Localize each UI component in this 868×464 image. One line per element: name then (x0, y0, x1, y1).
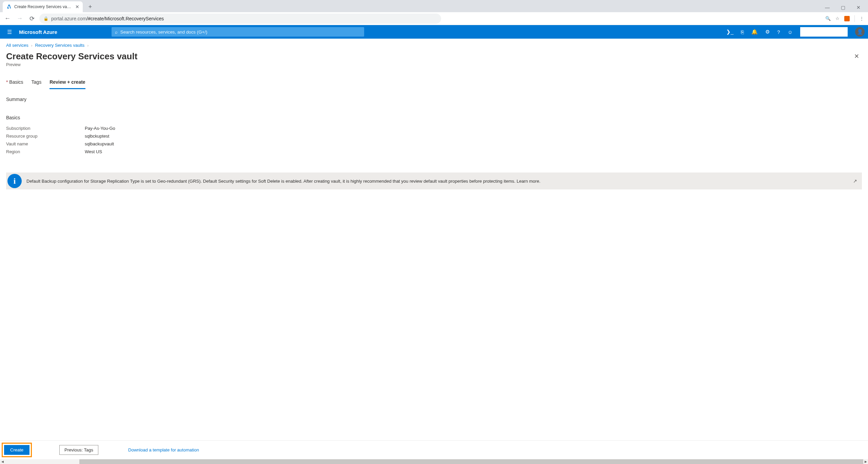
chevron-right-icon: › (87, 43, 88, 47)
address-bar[interactable]: 🔒 portal.azure.com/#create/Microsoft.Rec… (39, 14, 441, 24)
directory-filter-icon[interactable]: ⎘ (741, 29, 744, 35)
tab-basics[interactable]: Basics (6, 78, 23, 89)
kv-key: Resource group (6, 134, 85, 139)
breadcrumb-recovery-services-vaults[interactable]: Recovery Services vaults (35, 43, 84, 48)
address-host: portal.azure.com (51, 16, 86, 21)
search-icon: ⌕ (115, 29, 118, 35)
bookmark-star-icon[interactable]: ☆ (835, 16, 840, 21)
nav-back-button[interactable]: ← (3, 14, 12, 23)
window-close-icon[interactable]: ✕ (854, 5, 863, 10)
address-path: /#create/Microsoft.RecoveryServices (86, 16, 164, 21)
create-button[interactable]: Create (4, 445, 29, 455)
global-search[interactable]: ⌕ (112, 27, 364, 37)
separator (854, 15, 855, 22)
help-icon[interactable]: ? (777, 29, 780, 35)
browser-tab[interactable]: Create Recovery Services vault - ✕ (3, 1, 83, 12)
info-banner: i Default Backup configuration for Stora… (6, 173, 862, 189)
page-title: Create Recovery Services vault (6, 51, 137, 62)
previous-button[interactable]: Previous: Tags (59, 445, 98, 455)
kv-row-vault-name: Vault name sqlbackupvault (6, 140, 862, 148)
footer-action-bar: Create Previous: Tags Download a templat… (0, 440, 868, 459)
breadcrumb-all-services[interactable]: All services (6, 43, 28, 48)
window-controls: — ▢ ✕ (823, 5, 868, 12)
basics-section-heading: Basics (6, 115, 862, 120)
kv-key: Region (6, 149, 85, 154)
download-template-link[interactable]: Download a template for automation (128, 447, 199, 452)
account-box[interactable] (800, 27, 848, 37)
browser-toolbar: ← → ⟳ 🔒 portal.azure.com/#create/Microso… (0, 12, 868, 25)
window-maximize-icon[interactable]: ▢ (838, 5, 848, 10)
nav-reload-button[interactable]: ⟳ (27, 14, 37, 23)
chevron-right-icon: › (31, 43, 33, 47)
breadcrumb: All services › Recovery Services vaults … (6, 43, 862, 48)
kv-row-resource-group: Resource group sqlbckuptest (6, 132, 862, 140)
kv-value: sqlbckuptest (85, 134, 109, 139)
browser-menu-icon[interactable]: ⋮ (860, 16, 864, 21)
window-minimize-icon[interactable]: — (823, 5, 832, 10)
kv-key: Subscription (6, 126, 85, 131)
browser-tab-title: Create Recovery Services vault - (14, 4, 73, 9)
kv-value: Pay-As-You-Go (85, 126, 115, 131)
new-tab-button[interactable]: + (85, 2, 95, 12)
blade-content: All services › Recovery Services vaults … (0, 39, 868, 459)
page-subtitle: Preview (6, 62, 137, 67)
portal-menu-button[interactable]: ☰ (4, 29, 15, 35)
tab-review-create[interactable]: Review + create (50, 78, 85, 89)
avatar[interactable]: 👤 (855, 27, 865, 37)
info-icon: i (7, 174, 22, 188)
browser-tab-strip: Create Recovery Services vault - ✕ + — ▢… (0, 0, 868, 12)
kv-value: West US (85, 149, 102, 154)
notifications-icon[interactable]: 🔔 (751, 29, 758, 35)
kv-row-subscription: Subscription Pay-As-You-Go (6, 124, 862, 132)
lock-icon: 🔒 (43, 16, 48, 21)
azure-header: ☰ Microsoft Azure ⌕ ❯_ ⎘ 🔔 ⚙ ? ☺ 👤 (0, 25, 868, 39)
info-banner-text: Default Backup configuration for Storage… (26, 179, 848, 184)
close-blade-button[interactable]: ✕ (851, 51, 862, 61)
global-search-input[interactable] (120, 29, 361, 35)
kv-key: Vault name (6, 141, 85, 146)
tab-tags[interactable]: Tags (32, 78, 42, 89)
zoom-icon[interactable]: 🔍 (825, 16, 831, 21)
azure-brand[interactable]: Microsoft Azure (19, 29, 57, 35)
basics-summary-grid: Subscription Pay-As-You-Go Resource grou… (6, 124, 862, 156)
cloud-shell-icon[interactable]: ❯_ (726, 29, 733, 35)
kv-row-region: Region West US (6, 148, 862, 156)
feedback-icon[interactable]: ☺ (788, 29, 793, 35)
external-link-icon[interactable]: ↗ (853, 178, 857, 184)
kv-value: sqlbackupvault (85, 141, 114, 146)
nav-forward-button[interactable]: → (15, 14, 24, 23)
azure-favicon (6, 4, 12, 9)
wizard-tabs: Basics Tags Review + create (6, 78, 862, 89)
settings-gear-icon[interactable]: ⚙ (765, 29, 770, 35)
tab-close-icon[interactable]: ✕ (75, 4, 79, 9)
extension-icon[interactable] (844, 16, 850, 21)
summary-heading: Summary (6, 97, 862, 102)
